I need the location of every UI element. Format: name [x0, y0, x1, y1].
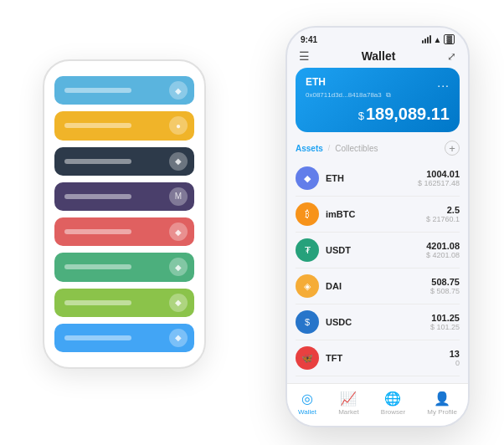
asset-name: ETH: [326, 173, 418, 183]
wallet-card-row[interactable]: ◆: [54, 324, 194, 352]
asset-item[interactable]: ◈ DAI 508.75 $ 508.75: [296, 269, 460, 304]
wallet-card-row[interactable]: M: [54, 182, 194, 211]
nav-label: Browser: [381, 408, 405, 416]
wallet-card-row[interactable]: ◆: [54, 217, 194, 246]
asset-amount-usd: $ 162517.48: [418, 179, 460, 187]
tab-assets[interactable]: Assets: [296, 144, 323, 153]
assets-tabs: Assets / Collectibles: [296, 144, 378, 153]
eth-card-menu[interactable]: ...: [437, 76, 450, 90]
signal-icon: [422, 35, 431, 43]
status-bar: 9:41 ▲ ▓: [287, 28, 468, 48]
wallet-card-row[interactable]: ◆: [54, 76, 194, 105]
nav-icon-wallet: ◎: [301, 391, 313, 407]
eth-address: 0x08711d3d...8418a78a3 ⧉: [306, 91, 450, 100]
status-time: 9:41: [301, 35, 317, 44]
nav-icon-my profile: 👤: [434, 391, 450, 407]
wallet-card-row[interactable]: ◆: [54, 253, 194, 281]
asset-amount-usd: 0: [450, 359, 460, 367]
nav-item-browser[interactable]: 🌐 Browser: [381, 391, 405, 416]
eth-card-top: ETH ...: [306, 76, 450, 90]
nav-label: Wallet: [298, 408, 316, 416]
page-title: Wallet: [362, 49, 396, 63]
eth-balance-card[interactable]: ETH ... 0x08711d3d...8418a78a3 ⧉ $189,08…: [296, 68, 460, 132]
asset-item[interactable]: ₮ USDT 4201.08 $ 4201.08: [296, 233, 460, 269]
back-phone: ◆●◆M◆◆◆◆: [43, 59, 206, 369]
asset-amounts: 4201.08 $ 4201.08: [426, 241, 460, 259]
wifi-icon: ▲: [434, 35, 442, 44]
assets-section-header: Assets / Collectibles +: [296, 141, 460, 156]
wallet-card-row[interactable]: ◆: [54, 147, 194, 176]
asset-name: TFT: [326, 353, 450, 363]
copy-icon[interactable]: ⧉: [386, 91, 391, 99]
scene: ◆●◆M◆◆◆◆ 9:41 ▲ ▓ ☰ Wallet ⤢: [9, 9, 495, 436]
asset-item[interactable]: 🦋 TFT 13 0: [296, 340, 460, 376]
asset-amount-usd: $ 508.75: [430, 287, 460, 295]
add-asset-button[interactable]: +: [445, 141, 460, 156]
nav-icon-market: 📈: [340, 391, 357, 407]
asset-list: ◆ ETH 1004.01 $ 162517.48 ₿ imBTC 2.5 $ …: [296, 161, 460, 380]
tab-divider: /: [328, 144, 331, 152]
wallet-card-row[interactable]: ●: [54, 111, 194, 140]
eth-balance-amount: $189,089.11: [306, 105, 450, 124]
asset-name: USDC: [326, 317, 430, 327]
wallet-card-row[interactable]: ◆: [54, 289, 194, 317]
menu-icon[interactable]: ☰: [299, 49, 310, 63]
asset-amount-main: 2.5: [426, 205, 460, 215]
asset-amounts: 1004.01 $ 162517.48: [418, 169, 460, 187]
nav-item-my-profile[interactable]: 👤 My Profile: [427, 391, 457, 416]
asset-icon-imbtc: ₿: [296, 202, 319, 226]
tab-collectibles[interactable]: Collectibles: [335, 144, 378, 153]
front-phone: 9:41 ▲ ▓ ☰ Wallet ⤢ ETH: [285, 26, 470, 427]
nav-label: Market: [338, 408, 358, 416]
asset-amount-usd: $ 4201.08: [426, 251, 460, 259]
eth-card-label: ETH: [306, 76, 326, 88]
battery-icon: ▓: [444, 34, 455, 44]
asset-amount-usd: $ 101.25: [430, 323, 460, 331]
phone-header: ☰ Wallet ⤢: [287, 48, 468, 68]
asset-icon-usdt: ₮: [296, 238, 319, 262]
asset-amount-main: 1004.01: [418, 169, 460, 179]
asset-icon-usdc: $: [296, 310, 319, 334]
asset-name: USDT: [326, 245, 426, 255]
asset-amount-main: 13: [450, 349, 460, 359]
asset-amounts: 13 0: [450, 349, 460, 367]
asset-amounts: 2.5 $ 21760.1: [426, 205, 460, 223]
nav-item-wallet[interactable]: ◎ Wallet: [298, 391, 316, 416]
asset-amounts: 101.25 $ 101.25: [430, 313, 460, 331]
asset-item[interactable]: ₿ imBTC 2.5 $ 21760.1: [296, 197, 460, 233]
asset-icon-eth: ◆: [296, 166, 319, 190]
asset-amount-main: 4201.08: [426, 241, 460, 251]
nav-icon-browser: 🌐: [384, 391, 401, 407]
bottom-nav: ◎ Wallet 📈 Market 🌐 Browser 👤 My Profile: [287, 383, 468, 426]
asset-amounts: 508.75 $ 508.75: [430, 277, 460, 295]
asset-name: imBTC: [326, 209, 426, 219]
phone-content: ETH ... 0x08711d3d...8418a78a3 ⧉ $189,08…: [287, 68, 468, 380]
asset-icon-tft: 🦋: [296, 346, 319, 370]
asset-amount-usd: $ 21760.1: [426, 215, 460, 223]
status-icons: ▲ ▓: [422, 34, 455, 44]
asset-icon-dai: ◈: [296, 274, 319, 298]
expand-icon[interactable]: ⤢: [447, 50, 456, 63]
nav-item-market[interactable]: 📈 Market: [338, 391, 358, 416]
nav-label: My Profile: [427, 408, 457, 416]
asset-amount-main: 101.25: [430, 313, 460, 323]
asset-amount-main: 508.75: [430, 277, 460, 287]
asset-item[interactable]: ◆ ETH 1004.01 $ 162517.48: [296, 161, 460, 197]
asset-item[interactable]: $ USDC 101.25 $ 101.25: [296, 304, 460, 340]
asset-name: DAI: [326, 281, 430, 291]
